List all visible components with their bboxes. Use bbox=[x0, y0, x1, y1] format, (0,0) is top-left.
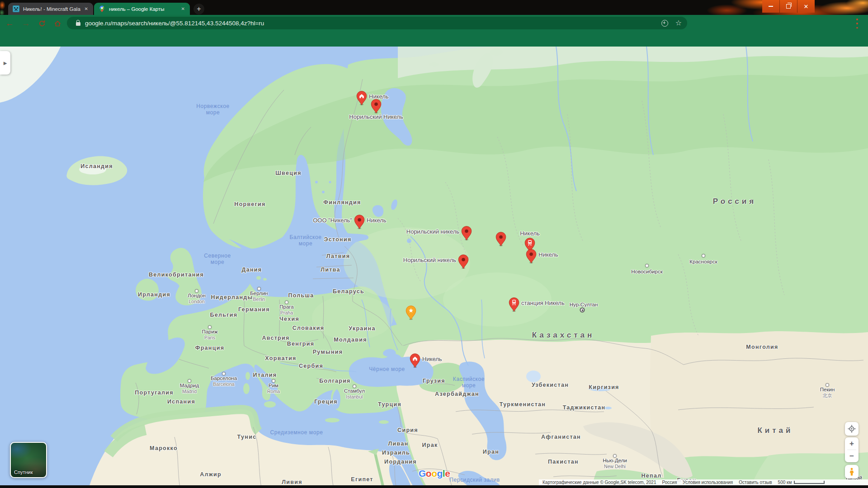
map-label-city: БерлинBerlin bbox=[250, 291, 268, 302]
map-label-country: Латвия bbox=[326, 253, 350, 259]
reload-button[interactable] bbox=[36, 18, 48, 29]
pegman-button[interactable] bbox=[845, 465, 859, 479]
map-label-city: БарселонаBarcelona bbox=[211, 375, 237, 387]
city-dot-marker bbox=[826, 383, 829, 387]
map-pin-house[interactable] bbox=[410, 353, 420, 368]
map-label-country: Франция bbox=[195, 345, 225, 351]
map-pin-label: Никель bbox=[538, 251, 558, 258]
map-label-country: Великобритания bbox=[149, 272, 204, 278]
map-label-city: Нью-ДелиNew Delhi bbox=[603, 458, 627, 469]
map-pin-default[interactable] bbox=[458, 254, 469, 269]
minimize-button[interactable] bbox=[762, 0, 779, 13]
home-button[interactable] bbox=[52, 18, 63, 29]
tab-strip: Никель! - Minecraft Galaxy ✕ никель – Go… bbox=[0, 0, 868, 15]
map-label-country: Афганистан bbox=[541, 434, 581, 440]
google-maps-favicon bbox=[99, 5, 105, 12]
map-label-big: Китай bbox=[757, 426, 793, 435]
side-panel-toggle[interactable]: ▶ bbox=[0, 51, 10, 75]
browser-menu-icon[interactable] bbox=[856, 19, 859, 28]
map-pin-label: Никель bbox=[367, 217, 387, 224]
satellite-label: Спутник bbox=[14, 469, 33, 475]
google-logo[interactable]: Google bbox=[419, 468, 450, 479]
forward-button[interactable]: → bbox=[20, 18, 32, 29]
map-label-sea: Чёрное море bbox=[369, 366, 405, 372]
map-pin-star[interactable] bbox=[406, 305, 416, 320]
map-label-country: Хорватия bbox=[265, 355, 296, 361]
city-dot-marker bbox=[285, 300, 288, 304]
google-logo-letter: g bbox=[437, 468, 443, 479]
bookmark-star-icon[interactable]: ☆ bbox=[675, 19, 682, 27]
map-pin-label: Никель bbox=[520, 230, 540, 237]
close-icon: ✕ bbox=[804, 4, 809, 9]
terms-link[interactable]: Условия использования bbox=[683, 480, 733, 485]
map-label-country: Румыния bbox=[313, 349, 343, 355]
map-label-city: ПарижParis bbox=[202, 329, 217, 340]
city-dot-marker bbox=[645, 264, 649, 267]
close-button[interactable]: ✕ bbox=[797, 0, 815, 13]
theme-frame-art bbox=[0, 0, 7, 15]
map-pin-default[interactable] bbox=[354, 215, 365, 229]
map-label-country: Бельгия bbox=[210, 312, 238, 318]
map-pin-train[interactable] bbox=[509, 297, 519, 312]
google-logo-letter: e bbox=[445, 468, 450, 479]
country-link[interactable]: Россия bbox=[662, 480, 677, 485]
screen: Никель! - Minecraft Galaxy ✕ никель – Go… bbox=[0, 0, 868, 488]
map-label-country: Беларусь bbox=[333, 288, 364, 295]
map-pin-label: станция Никель bbox=[521, 300, 565, 306]
map-label-country: Нидерланды bbox=[211, 294, 253, 300]
map-pin-default[interactable] bbox=[371, 99, 382, 113]
url-text[interactable]: google.ru/maps/search/никель/@55.812145,… bbox=[85, 20, 264, 27]
back-button[interactable]: ← bbox=[4, 18, 15, 29]
map-label-city: Красноярск bbox=[689, 259, 717, 265]
scale-bar bbox=[794, 481, 825, 484]
city-dot-marker bbox=[257, 287, 261, 291]
map-label-big: Казахстан bbox=[532, 331, 594, 340]
map-label-country: Украина bbox=[349, 325, 375, 332]
zoom-level-icon[interactable] bbox=[661, 20, 668, 27]
city-dot-marker bbox=[222, 372, 226, 375]
map-label-country: Португалия bbox=[135, 389, 174, 396]
scale-label: 500 км bbox=[778, 480, 792, 485]
satellite-layer-button[interactable]: Спутник bbox=[10, 442, 47, 478]
my-location-button[interactable] bbox=[845, 422, 859, 436]
map-label-country: Израиль bbox=[382, 450, 410, 456]
city-dot-marker bbox=[613, 454, 617, 458]
restore-button[interactable] bbox=[779, 0, 797, 13]
map-pin-default[interactable] bbox=[526, 249, 537, 263]
map-label-sea: Средиземное море bbox=[270, 429, 323, 436]
map-label-country: Пакистан bbox=[548, 459, 579, 465]
zoom-controls: + − bbox=[845, 437, 859, 462]
map-label-city: ЛондонLondon bbox=[188, 293, 206, 304]
map-label-country: Чехия bbox=[279, 316, 299, 322]
zoom-in-button[interactable]: + bbox=[845, 437, 859, 450]
tab-minecraft-galaxy[interactable]: Никель! - Minecraft Galaxy ✕ bbox=[8, 3, 93, 15]
tab-google-maps[interactable]: никель – Google Карты ✕ bbox=[94, 3, 190, 15]
map-label-country: Монголия bbox=[746, 344, 778, 350]
url-bar[interactable]: google.ru/maps/search/никель/@55.812145,… bbox=[67, 17, 687, 29]
map-label-country: Турция bbox=[378, 401, 401, 408]
map-viewport[interactable]: Норвежское мореСеверное мореБалтийское м… bbox=[0, 47, 868, 488]
map-label-country: Марокко bbox=[150, 445, 178, 451]
new-tab-button[interactable]: + bbox=[193, 4, 204, 14]
my-location-icon bbox=[848, 425, 856, 433]
map-label-city: Пекин北京 bbox=[820, 387, 835, 398]
tab-close-icon[interactable]: ✕ bbox=[180, 6, 186, 12]
feedback-link[interactable]: Оставить отзыв bbox=[739, 480, 772, 485]
map-label-country: Италия bbox=[253, 372, 277, 378]
map-label-country: Грузия bbox=[423, 378, 445, 384]
zoom-out-button[interactable]: − bbox=[845, 450, 859, 462]
pegman-icon bbox=[848, 468, 855, 476]
city-dot-marker bbox=[195, 289, 198, 293]
city-dot-marker bbox=[208, 325, 212, 329]
map-label-country: Ливан bbox=[388, 441, 409, 447]
google-logo-letter: o bbox=[426, 468, 431, 479]
map-label-country: Сирия bbox=[397, 427, 418, 433]
map-pin-house[interactable] bbox=[356, 91, 367, 105]
map-pin-default[interactable] bbox=[495, 232, 506, 246]
tab-close-icon[interactable]: ✕ bbox=[83, 6, 90, 12]
map-label-country: Ирак bbox=[422, 442, 438, 448]
map-label-city: МадридMadrid bbox=[180, 383, 199, 394]
tab-title: Никель! - Minecraft Galaxy bbox=[23, 6, 80, 12]
map-label-country: Греция bbox=[314, 399, 338, 405]
map-pin-default[interactable] bbox=[461, 226, 472, 240]
